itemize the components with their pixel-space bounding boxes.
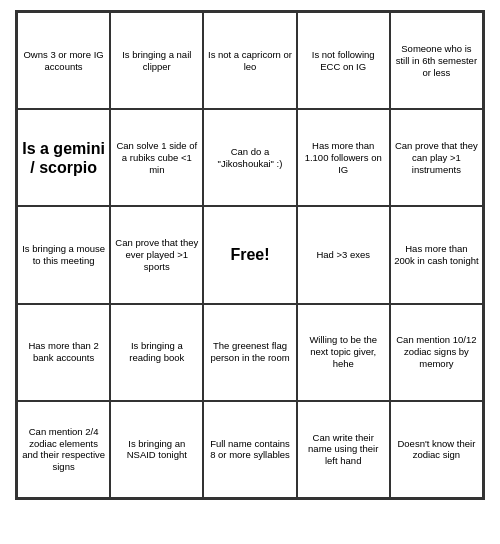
bingo-cell-20[interactable]: Can mention 2/4 zodiac elements and thei… — [17, 401, 110, 498]
bingo-cell-2[interactable]: Is not a capricorn or leo — [203, 12, 296, 109]
bingo-cell-17[interactable]: The greenest flag person in the room — [203, 304, 296, 401]
bingo-cell-6[interactable]: Can solve 1 side of a rubiks cube <1 min — [110, 109, 203, 206]
bingo-grid: Owns 3 or more IG accountsIs bringing a … — [15, 10, 485, 500]
bingo-cell-21[interactable]: Is bringing an NSAID tonight — [110, 401, 203, 498]
bingo-cell-8[interactable]: Has more than 1.100 followers on IG — [297, 109, 390, 206]
bingo-cell-24[interactable]: Doesn't know their zodiac sign — [390, 401, 483, 498]
bingo-cell-0[interactable]: Owns 3 or more IG accounts — [17, 12, 110, 109]
bingo-cell-12[interactable]: Free! — [203, 206, 296, 303]
bingo-cell-18[interactable]: Willing to be the next topic giver, hehe — [297, 304, 390, 401]
bingo-cell-7[interactable]: Can do a "Jikoshoukai" :) — [203, 109, 296, 206]
bingo-cell-5[interactable]: Is a gemini / scorpio — [17, 109, 110, 206]
bingo-cell-4[interactable]: Someone who is still in 6th semester or … — [390, 12, 483, 109]
bingo-cell-15[interactable]: Has more than 2 bank accounts — [17, 304, 110, 401]
bingo-cell-13[interactable]: Had >3 exes — [297, 206, 390, 303]
bingo-cell-22[interactable]: Full name contains 8 or more syllables — [203, 401, 296, 498]
bingo-cell-14[interactable]: Has more than 200k in cash tonight — [390, 206, 483, 303]
bingo-cell-9[interactable]: Can prove that they can play >1 instrume… — [390, 109, 483, 206]
bingo-cell-19[interactable]: Can mention 10/12 zodiac signs by memory — [390, 304, 483, 401]
bingo-cell-11[interactable]: Can prove that they ever played >1 sport… — [110, 206, 203, 303]
bingo-cell-23[interactable]: Can write their name using their left ha… — [297, 401, 390, 498]
bingo-cell-10[interactable]: Is bringing a mouse to this meeting — [17, 206, 110, 303]
bingo-cell-1[interactable]: Is bringing a nail clipper — [110, 12, 203, 109]
bingo-cell-3[interactable]: Is not following ECC on IG — [297, 12, 390, 109]
bingo-cell-16[interactable]: Is bringing a reading book — [110, 304, 203, 401]
bingo-title — [15, 0, 485, 10]
